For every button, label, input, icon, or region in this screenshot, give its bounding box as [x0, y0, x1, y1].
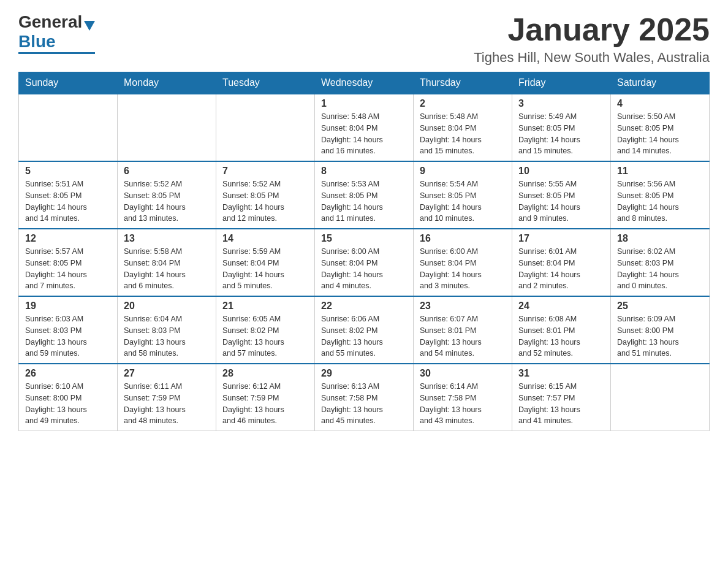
logo-blue-text: Blue	[18, 32, 56, 52]
week-row-2: 5Sunrise: 5:51 AM Sunset: 8:05 PM Daylig…	[19, 161, 710, 229]
day-info: Sunrise: 6:03 AM Sunset: 8:03 PM Dayligh…	[25, 313, 111, 359]
day-number: 21	[222, 301, 308, 312]
calendar-cell: 2Sunrise: 5:48 AM Sunset: 8:04 PM Daylig…	[414, 94, 512, 161]
calendar-cell: 3Sunrise: 5:49 AM Sunset: 8:05 PM Daylig…	[512, 94, 611, 161]
calendar-cell: 31Sunrise: 6:15 AM Sunset: 7:57 PM Dayli…	[512, 364, 611, 431]
day-number: 18	[617, 233, 703, 244]
week-row-3: 12Sunrise: 5:57 AM Sunset: 8:05 PM Dayli…	[19, 229, 710, 296]
calendar-cell	[611, 364, 710, 431]
day-number: 23	[420, 301, 506, 312]
calendar-cell: 27Sunrise: 6:11 AM Sunset: 7:59 PM Dayli…	[118, 364, 216, 431]
day-number: 9	[420, 166, 506, 177]
day-info: Sunrise: 5:56 AM Sunset: 8:05 PM Dayligh…	[617, 178, 703, 224]
calendar-cell: 18Sunrise: 6:02 AM Sunset: 8:03 PM Dayli…	[611, 229, 710, 296]
calendar-table: SundayMondayTuesdayWednesdayThursdayFrid…	[18, 72, 710, 431]
location-title: Tighes Hill, New South Wales, Australia	[474, 50, 710, 66]
calendar-cell: 13Sunrise: 5:58 AM Sunset: 8:04 PM Dayli…	[118, 229, 216, 296]
day-info: Sunrise: 5:59 AM Sunset: 8:04 PM Dayligh…	[222, 246, 308, 292]
day-number: 13	[124, 233, 210, 244]
day-info: Sunrise: 6:12 AM Sunset: 7:59 PM Dayligh…	[222, 381, 308, 427]
header-monday: Monday	[118, 72, 216, 94]
calendar-cell: 22Sunrise: 6:06 AM Sunset: 8:02 PM Dayli…	[315, 296, 414, 364]
logo-general-text: General	[18, 12, 82, 32]
day-info: Sunrise: 6:04 AM Sunset: 8:03 PM Dayligh…	[124, 313, 210, 359]
day-number: 17	[518, 233, 604, 244]
week-row-5: 26Sunrise: 6:10 AM Sunset: 8:00 PM Dayli…	[19, 364, 710, 431]
day-number: 3	[518, 98, 604, 109]
calendar-cell: 6Sunrise: 5:52 AM Sunset: 8:05 PM Daylig…	[118, 161, 216, 229]
calendar-cell: 5Sunrise: 5:51 AM Sunset: 8:05 PM Daylig…	[19, 161, 118, 229]
calendar-cell: 8Sunrise: 5:53 AM Sunset: 8:05 PM Daylig…	[315, 161, 414, 229]
day-number: 8	[321, 166, 407, 177]
header-tuesday: Tuesday	[216, 72, 315, 94]
header-sunday: Sunday	[19, 72, 118, 94]
day-info: Sunrise: 6:10 AM Sunset: 8:00 PM Dayligh…	[25, 381, 111, 427]
day-number: 19	[25, 301, 111, 312]
calendar-header-row: SundayMondayTuesdayWednesdayThursdayFrid…	[19, 72, 710, 94]
day-number: 2	[420, 98, 506, 109]
day-number: 12	[25, 233, 111, 244]
day-info: Sunrise: 6:02 AM Sunset: 8:03 PM Dayligh…	[617, 246, 703, 292]
day-info: Sunrise: 5:48 AM Sunset: 8:04 PM Dayligh…	[420, 111, 506, 157]
day-info: Sunrise: 6:15 AM Sunset: 7:57 PM Dayligh…	[518, 381, 604, 427]
day-info: Sunrise: 5:48 AM Sunset: 8:04 PM Dayligh…	[321, 111, 407, 157]
day-info: Sunrise: 5:57 AM Sunset: 8:05 PM Dayligh…	[25, 246, 111, 292]
header-thursday: Thursday	[414, 72, 512, 94]
month-title: January 2025	[474, 12, 710, 47]
day-info: Sunrise: 6:00 AM Sunset: 8:04 PM Dayligh…	[420, 246, 506, 292]
day-info: Sunrise: 5:50 AM Sunset: 8:05 PM Dayligh…	[617, 111, 703, 157]
calendar-cell: 24Sunrise: 6:08 AM Sunset: 8:01 PM Dayli…	[512, 296, 611, 364]
day-info: Sunrise: 5:53 AM Sunset: 8:05 PM Dayligh…	[321, 178, 407, 224]
day-number: 30	[420, 368, 506, 379]
header-wednesday: Wednesday	[315, 72, 414, 94]
calendar-cell: 26Sunrise: 6:10 AM Sunset: 8:00 PM Dayli…	[19, 364, 118, 431]
calendar-cell: 23Sunrise: 6:07 AM Sunset: 8:01 PM Dayli…	[414, 296, 512, 364]
day-info: Sunrise: 6:00 AM Sunset: 8:04 PM Dayligh…	[321, 246, 407, 292]
day-info: Sunrise: 5:52 AM Sunset: 8:05 PM Dayligh…	[124, 178, 210, 224]
calendar-cell: 15Sunrise: 6:00 AM Sunset: 8:04 PM Dayli…	[315, 229, 414, 296]
day-info: Sunrise: 6:08 AM Sunset: 8:01 PM Dayligh…	[518, 313, 604, 359]
day-info: Sunrise: 5:54 AM Sunset: 8:05 PM Dayligh…	[420, 178, 506, 224]
day-info: Sunrise: 6:01 AM Sunset: 8:04 PM Dayligh…	[518, 246, 604, 292]
logo: General Blue	[18, 12, 95, 54]
day-info: Sunrise: 6:14 AM Sunset: 7:58 PM Dayligh…	[420, 381, 506, 427]
calendar-cell: 7Sunrise: 5:52 AM Sunset: 8:05 PM Daylig…	[216, 161, 315, 229]
day-number: 10	[518, 166, 604, 177]
day-number: 11	[617, 166, 703, 177]
page-header: General Blue January 2025 Tighes Hill, N…	[18, 12, 710, 66]
day-number: 27	[124, 368, 210, 379]
day-number: 31	[518, 368, 604, 379]
calendar-cell: 30Sunrise: 6:14 AM Sunset: 7:58 PM Dayli…	[414, 364, 512, 431]
day-number: 22	[321, 301, 407, 312]
week-row-4: 19Sunrise: 6:03 AM Sunset: 8:03 PM Dayli…	[19, 296, 710, 364]
day-number: 1	[321, 98, 407, 109]
day-number: 5	[25, 166, 111, 177]
week-row-1: 1Sunrise: 5:48 AM Sunset: 8:04 PM Daylig…	[19, 94, 710, 161]
day-info: Sunrise: 6:06 AM Sunset: 8:02 PM Dayligh…	[321, 313, 407, 359]
calendar-cell: 14Sunrise: 5:59 AM Sunset: 8:04 PM Dayli…	[216, 229, 315, 296]
calendar-cell	[19, 94, 118, 161]
day-number: 29	[321, 368, 407, 379]
day-number: 4	[617, 98, 703, 109]
day-number: 26	[25, 368, 111, 379]
day-number: 15	[321, 233, 407, 244]
calendar-cell: 4Sunrise: 5:50 AM Sunset: 8:05 PM Daylig…	[611, 94, 710, 161]
calendar-cell: 12Sunrise: 5:57 AM Sunset: 8:05 PM Dayli…	[19, 229, 118, 296]
day-info: Sunrise: 6:11 AM Sunset: 7:59 PM Dayligh…	[124, 381, 210, 427]
calendar-cell	[118, 94, 216, 161]
calendar-cell: 25Sunrise: 6:09 AM Sunset: 8:00 PM Dayli…	[611, 296, 710, 364]
calendar-cell	[216, 94, 315, 161]
calendar-cell: 19Sunrise: 6:03 AM Sunset: 8:03 PM Dayli…	[19, 296, 118, 364]
calendar-cell: 11Sunrise: 5:56 AM Sunset: 8:05 PM Dayli…	[611, 161, 710, 229]
calendar-cell: 9Sunrise: 5:54 AM Sunset: 8:05 PM Daylig…	[414, 161, 512, 229]
day-info: Sunrise: 6:13 AM Sunset: 7:58 PM Dayligh…	[321, 381, 407, 427]
day-number: 16	[420, 233, 506, 244]
day-info: Sunrise: 5:55 AM Sunset: 8:05 PM Dayligh…	[518, 178, 604, 224]
day-info: Sunrise: 5:58 AM Sunset: 8:04 PM Dayligh…	[124, 246, 210, 292]
day-number: 6	[124, 166, 210, 177]
day-number: 7	[222, 166, 308, 177]
logo-triangle-icon	[84, 21, 95, 31]
day-info: Sunrise: 6:07 AM Sunset: 8:01 PM Dayligh…	[420, 313, 506, 359]
header-friday: Friday	[512, 72, 611, 94]
header-saturday: Saturday	[611, 72, 710, 94]
